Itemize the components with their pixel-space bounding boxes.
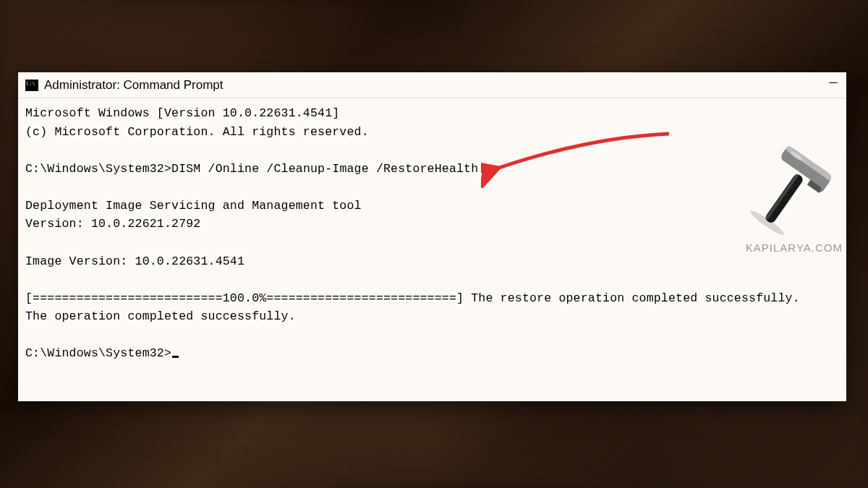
annotation-arrow-icon (481, 123, 684, 188)
terminal-output[interactable]: Microsoft Windows [Version 10.0.22631.45… (18, 98, 846, 369)
prompt: C:\Windows\System32> (25, 346, 171, 360)
output-line: (c) Microsoft Corporation. All rights re… (25, 125, 369, 139)
watermark: KAPILARYA.COM (746, 141, 843, 254)
output-line: The operation completed successfully. (25, 309, 296, 323)
output-line: Version: 10.0.22621.2792 (25, 217, 200, 231)
window-title: Administrator: Command Prompt (44, 78, 224, 93)
titlebar[interactable]: Administrator: Command Prompt (18, 72, 846, 98)
output-line: [==========================100.0%=======… (25, 291, 800, 305)
svg-rect-2 (765, 174, 799, 221)
hammer-icon (751, 141, 838, 235)
prompt: C:\Windows\System32> (25, 162, 171, 176)
cursor (172, 356, 179, 358)
command-input: DISM /Online /Cleanup-Image /RestoreHeal… (171, 162, 478, 176)
output-line: Image Version: 10.0.22631.4541 (25, 254, 244, 268)
command-prompt-window: Administrator: Command Prompt Microsoft … (18, 72, 846, 401)
output-line: Deployment Image Servicing and Managemen… (25, 199, 362, 213)
watermark-text: KAPILARYA.COM (746, 241, 843, 254)
svg-rect-1 (764, 173, 804, 225)
output-line: Microsoft Windows [Version 10.0.22631.45… (25, 106, 339, 120)
minimize-button[interactable] (829, 82, 838, 83)
cmd-icon (25, 80, 38, 91)
